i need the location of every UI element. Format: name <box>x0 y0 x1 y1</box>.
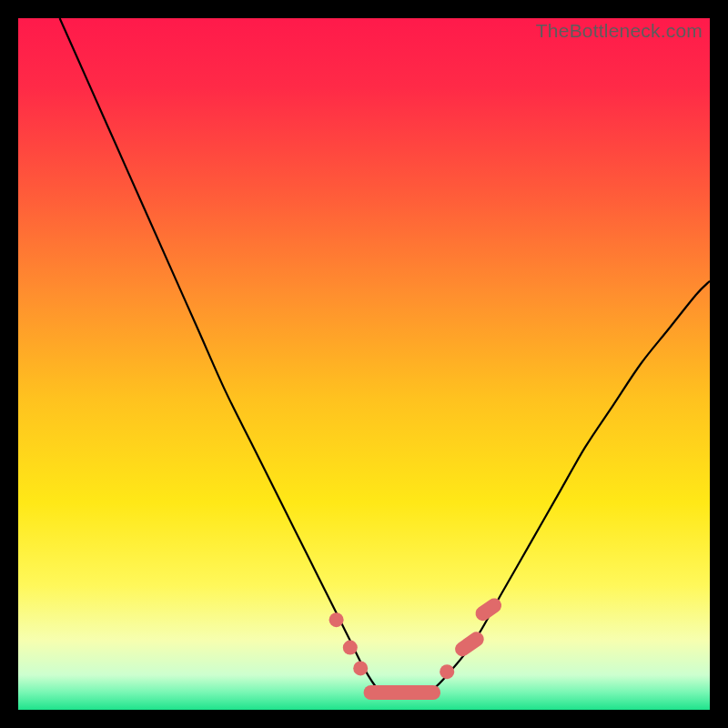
curve-marker-dot <box>343 641 358 655</box>
curve-marker-dot <box>440 664 454 679</box>
gradient-background <box>18 18 710 710</box>
watermark-text: TheBottleneck.com <box>536 20 703 42</box>
curve-marker-pill <box>364 685 440 700</box>
curve-marker-dot <box>329 612 344 627</box>
curve-marker-dot <box>353 661 368 675</box>
chart-frame: TheBottleneck.com <box>18 18 710 710</box>
chart-plot <box>18 18 710 710</box>
